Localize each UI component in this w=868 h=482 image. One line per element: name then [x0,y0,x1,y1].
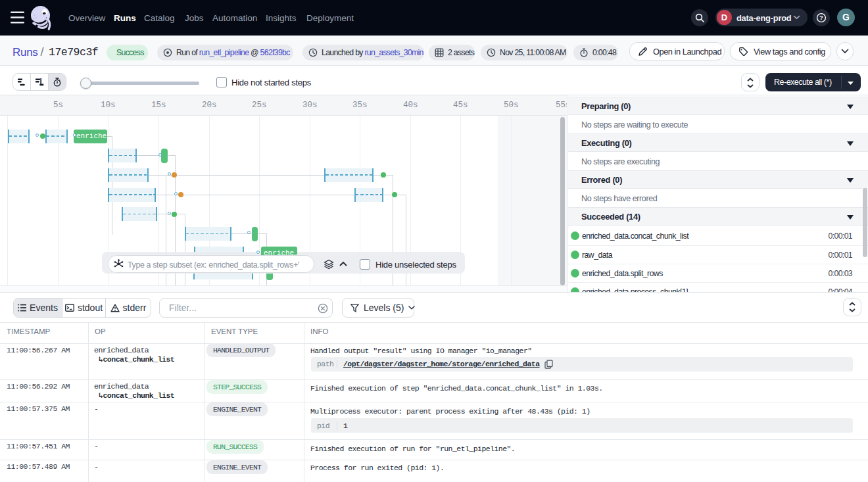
svg-text:?: ? [819,14,823,21]
